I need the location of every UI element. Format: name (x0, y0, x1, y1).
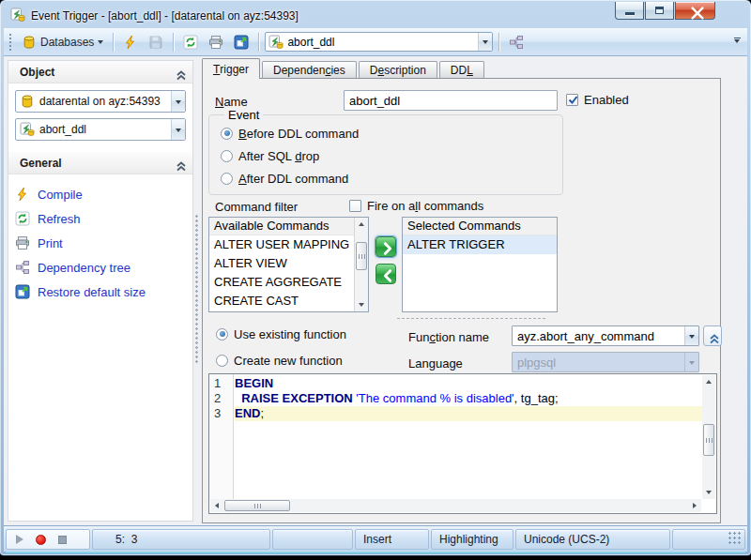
tab-description[interactable]: Description (359, 61, 437, 79)
tab-strip: TriggerDependenciesDescriptionDDL (202, 58, 486, 79)
code-line[interactable]: 3END; (209, 406, 702, 421)
scroll-down-button[interactable] (702, 486, 715, 499)
line-number: 1 (209, 376, 235, 391)
radio-create-new-function[interactable]: Create new function (216, 353, 343, 368)
available-commands-list[interactable]: Available Commands ALTER USER MAPPINGALT… (208, 217, 369, 312)
triangle-right-icon (693, 503, 699, 508)
section-splitter[interactable] (396, 317, 546, 320)
combo-dropdown-button[interactable] (478, 33, 492, 51)
print-icon (208, 35, 223, 50)
code-editor[interactable]: 1BEGIN2 RAISE EXCEPTION 'The command % i… (208, 373, 717, 514)
title-bar[interactable]: Event Trigger - [abort_ddl] - [datarenta… (4, 3, 747, 28)
collapse-panel-button[interactable] (703, 325, 722, 346)
chevrons-up-icon (707, 330, 718, 341)
databases-label: Databases (40, 36, 94, 49)
scroll-up-button[interactable] (702, 375, 715, 388)
scrollbar-thumb[interactable] (703, 424, 714, 456)
list-item[interactable]: CREATE AGGREGATE (209, 273, 355, 292)
stop-icon[interactable] (58, 536, 67, 544)
tab-trigger[interactable]: Trigger (202, 58, 260, 79)
remove-command-button[interactable] (376, 264, 396, 284)
save-button[interactable] (145, 31, 167, 53)
combo-dropdown-button[interactable] (171, 119, 185, 140)
scroll-down-button[interactable] (355, 298, 368, 311)
databases-menu-button[interactable]: Databases (18, 31, 107, 53)
overflow-bar-icon (734, 38, 741, 39)
code-line[interactable]: 2 RAISE EXCEPTION 'The command % is disa… (209, 391, 702, 406)
list-item[interactable]: ALTER TRIGGER (403, 235, 557, 254)
panel-splitter[interactable] (195, 214, 198, 364)
database-combo[interactable]: datarental on ayz:54393 (15, 90, 186, 113)
resize-grip[interactable] (728, 532, 742, 545)
radio-icon (221, 150, 233, 162)
radio-after-ddl-command[interactable]: After DDL command (221, 171, 348, 186)
code-text: RAISE EXCEPTION 'The command % is disabl… (235, 391, 702, 406)
record-icon[interactable] (36, 535, 46, 545)
close-button[interactable] (675, 2, 715, 20)
dependency-tree-icon (15, 260, 30, 275)
scrollbar-thumb[interactable] (356, 242, 367, 270)
sidebar-link-refresh[interactable]: Refresh (15, 206, 188, 231)
radio-use-existing-function[interactable]: Use existing function (216, 326, 346, 341)
sidebar-section-general[interactable]: General (8, 152, 192, 174)
list-item[interactable]: CREATE CAST (209, 292, 355, 310)
checkbox-unchecked-icon (349, 200, 361, 212)
toolbar-grip[interactable] (8, 33, 13, 52)
radio-before-ddl-command[interactable]: Before DDL command (221, 126, 359, 141)
enabled-checkbox[interactable]: Enabled (566, 92, 629, 107)
fire-all-commands-checkbox[interactable]: Fire on all commands (349, 198, 483, 213)
object-selector-combo[interactable]: abort_ddl (265, 32, 493, 52)
print-button[interactable] (205, 31, 227, 53)
function-name-combo[interactable]: ayz.abort_any_command (512, 325, 699, 346)
editor-vertical-scrollbar[interactable] (702, 375, 715, 499)
tab-dependencies[interactable]: Dependencies (262, 61, 357, 79)
compile-button[interactable] (119, 31, 142, 53)
sidebar-link-print[interactable]: Print (15, 231, 188, 255)
resize-section (672, 529, 745, 550)
toolbar-overflow-button[interactable] (731, 38, 743, 47)
enabled-label: Enabled (584, 93, 629, 107)
sidebar-section-object[interactable]: Object (8, 61, 192, 83)
refresh-button[interactable] (179, 31, 202, 53)
combo-dropdown-button (684, 353, 698, 371)
sidebar-link-dependency-tree[interactable]: Dependency tree (15, 255, 188, 280)
thumb-grip-icon (359, 254, 365, 259)
tab-ddl[interactable]: DDL (439, 61, 484, 79)
scrollbar-thumb[interactable] (224, 500, 290, 511)
chevron-down-icon (734, 39, 740, 46)
code-line[interactable]: 1BEGIN (209, 376, 702, 391)
scroll-up-button[interactable] (355, 218, 368, 231)
list-item[interactable]: ALTER USER MAPPING (209, 235, 355, 254)
add-command-button[interactable] (376, 236, 396, 257)
maximize-button[interactable] (645, 2, 674, 20)
collapse-chevrons-icon[interactable] (174, 67, 185, 78)
radio-after-sql-drop[interactable]: After SQL drop (221, 148, 319, 163)
sidebar-link-restore-default-size[interactable]: Restore default size (15, 280, 188, 304)
name-input[interactable] (344, 90, 558, 111)
lightning-icon (123, 35, 138, 50)
code-area[interactable]: 1BEGIN2 RAISE EXCEPTION 'The command % i… (209, 376, 702, 421)
content-area: Object datarental on ayz:54393 abort_ddl… (4, 56, 747, 525)
dependency-tree-button[interactable] (505, 31, 528, 53)
collapse-chevrons-icon[interactable] (174, 158, 185, 169)
language-label: Language (408, 356, 463, 371)
combo-dropdown-button[interactable] (171, 91, 185, 112)
minimize-icon (625, 12, 635, 15)
editor-horizontal-scrollbar[interactable] (210, 499, 701, 512)
selected-commands-list[interactable]: Selected Commands ALTER TRIGGER (402, 217, 558, 312)
object-combo[interactable]: abort_ddl (15, 118, 186, 141)
radio-label: After SQL drop (238, 149, 319, 163)
play-icon[interactable] (16, 535, 23, 544)
combo-dropdown-button[interactable] (684, 326, 698, 345)
minimize-button[interactable] (615, 2, 644, 20)
scroll-right-button[interactable] (688, 499, 701, 512)
list-item[interactable]: ALTER VIEW (209, 254, 355, 273)
scroll-left-button[interactable] (210, 499, 223, 512)
highlighting-status: Highlighting (439, 533, 498, 546)
list-scrollbar[interactable] (354, 218, 368, 311)
restore-size-icon (234, 35, 249, 50)
language-combo: plpgsql (512, 352, 699, 372)
chevron-down-icon (176, 100, 181, 107)
restore-default-size-button[interactable] (230, 31, 253, 53)
sidebar-link-compile[interactable]: Compile (15, 182, 188, 206)
